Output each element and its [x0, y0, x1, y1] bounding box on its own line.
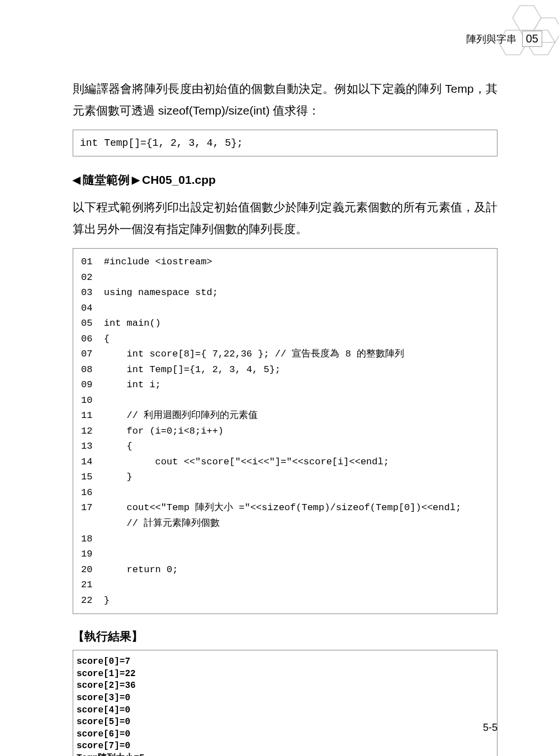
code-listing: 01 #include <iostream> 02 03 using names…	[73, 248, 498, 614]
section-label: 隨堂範例	[83, 172, 130, 188]
section-heading: ◀ 隨堂範例 ▶ CH05_01.cpp	[73, 172, 498, 188]
paragraph-2: 以下程式範例將列印出設定初始值個數少於陣列定義元素個數的所有元素值，及計算出另外…	[73, 197, 498, 240]
page-header: 陣列與字串 05	[466, 31, 542, 47]
header-title: 陣列與字串	[466, 32, 517, 46]
paragraph-1: 則編譯器會將陣列長度由初始值的個數自動決定。例如以下定義的陣列 Temp，其元素…	[73, 78, 498, 122]
section-filename: CH05_01.cpp	[142, 173, 216, 187]
execution-result: score[0]=7 score[1]=22 score[2]=36 score…	[73, 650, 498, 756]
chapter-number: 05	[522, 31, 542, 47]
triangle-right-icon: ▶	[132, 174, 140, 186]
code-snippet-1: int Temp[]={1, 2, 3, 4, 5};	[73, 130, 498, 157]
svg-marker-0	[513, 6, 541, 30]
triangle-left-icon: ◀	[73, 174, 80, 186]
result-heading: 【執行結果】	[73, 629, 498, 644]
page-number: 5-5	[483, 722, 498, 734]
main-content: 則編譯器會將陣列長度由初始值的個數自動決定。例如以下定義的陣列 Temp，其元素…	[0, 0, 559, 756]
